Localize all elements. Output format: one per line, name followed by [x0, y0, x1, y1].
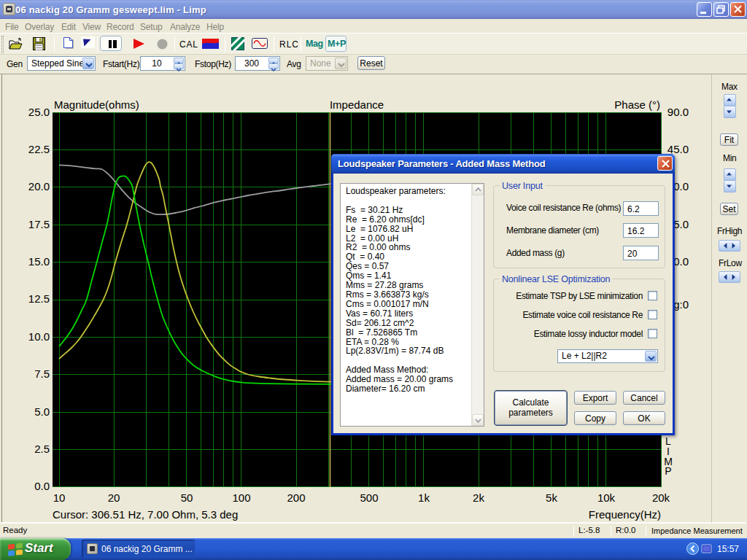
svg-text:1k: 1k	[418, 491, 430, 504]
svg-text:25.0: 25.0	[28, 106, 50, 118]
svg-text:0.0: 0.0	[673, 180, 689, 192]
svg-text:5k: 5k	[546, 491, 557, 504]
svg-text:P: P	[665, 465, 671, 477]
svg-text:500: 500	[360, 491, 378, 504]
svg-text:20.0: 20.0	[28, 180, 50, 192]
svg-text:200: 200	[287, 491, 305, 504]
svg-text:5.0: 5.0	[34, 405, 50, 418]
svg-text:20k: 20k	[652, 491, 670, 504]
svg-text:0.0: 0.0	[34, 480, 50, 492]
svg-text:90.0: 90.0	[667, 106, 689, 118]
svg-text:Magnitude(ohms): Magnitude(ohms)	[54, 98, 139, 111]
svg-text:10: 10	[53, 491, 66, 504]
svg-text:20: 20	[108, 491, 120, 504]
svg-text:Impedance: Impedance	[330, 98, 384, 111]
svg-text:2k: 2k	[473, 491, 484, 504]
svg-text:22.5: 22.5	[28, 143, 50, 155]
svg-text:10k: 10k	[597, 491, 616, 504]
svg-text:100: 100	[232, 491, 250, 504]
svg-text:2.5: 2.5	[34, 443, 50, 455]
svg-text:Phase (°): Phase (°)	[614, 98, 660, 111]
svg-text:17.5: 17.5	[28, 218, 50, 230]
svg-text:7.5: 7.5	[34, 368, 50, 380]
svg-text:50: 50	[181, 491, 193, 504]
svg-text:10.0: 10.0	[28, 330, 50, 343]
svg-text:Cursor: 306.51 Hz, 7.00 Ohm, 5: Cursor: 306.51 Hz, 7.00 Ohm, 5.3 deg	[53, 508, 238, 521]
svg-text:15.0: 15.0	[28, 255, 50, 268]
svg-text:Frequency(Hz): Frequency(Hz)	[589, 508, 661, 521]
svg-text:12.5: 12.5	[28, 292, 50, 305]
